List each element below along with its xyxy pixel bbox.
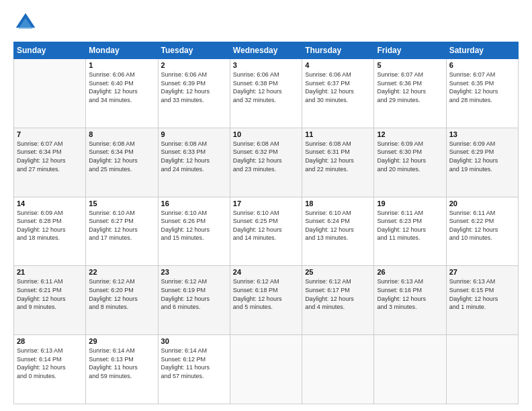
- day-info: Sunrise: 6:06 AM Sunset: 6:40 PM Dayligh…: [89, 71, 154, 104]
- calendar-cell: 1Sunrise: 6:06 AM Sunset: 6:40 PM Daylig…: [86, 59, 158, 128]
- day-info: Sunrise: 6:12 AM Sunset: 6:19 PM Dayligh…: [161, 277, 227, 311]
- calendar-header-wednesday: Wednesday: [230, 42, 302, 59]
- calendar-cell: 18Sunrise: 6:10 AM Sunset: 6:24 PM Dayli…: [302, 197, 374, 266]
- calendar-cell: 11Sunrise: 6:08 AM Sunset: 6:31 PM Dayli…: [302, 128, 374, 197]
- day-number: 17: [233, 199, 299, 208]
- logo-icon: [13, 11, 38, 35]
- day-number: 22: [89, 268, 154, 276]
- day-info: Sunrise: 6:14 AM Sunset: 6:12 PM Dayligh…: [161, 347, 227, 380]
- day-info: Sunrise: 6:13 AM Sunset: 6:15 PM Dayligh…: [449, 277, 515, 311]
- calendar-header-saturday: Saturday: [446, 42, 518, 59]
- calendar-week-row: 28Sunrise: 6:13 AM Sunset: 6:14 PM Dayli…: [14, 335, 519, 404]
- day-info: Sunrise: 6:09 AM Sunset: 6:28 PM Dayligh…: [17, 209, 83, 242]
- day-info: Sunrise: 6:09 AM Sunset: 6:30 PM Dayligh…: [377, 140, 443, 173]
- calendar-cell: [14, 59, 86, 128]
- day-number: 14: [17, 199, 83, 208]
- calendar-cell: 10Sunrise: 6:08 AM Sunset: 6:32 PM Dayli…: [230, 128, 302, 197]
- calendar-cell: 9Sunrise: 6:08 AM Sunset: 6:33 PM Daylig…: [158, 128, 230, 197]
- day-number: 18: [305, 199, 371, 208]
- calendar-cell: 2Sunrise: 6:06 AM Sunset: 6:39 PM Daylig…: [158, 59, 230, 128]
- day-number: 30: [161, 337, 227, 345]
- day-info: Sunrise: 6:08 AM Sunset: 6:33 PM Dayligh…: [161, 140, 227, 173]
- calendar-week-row: 7Sunrise: 6:07 AM Sunset: 6:34 PM Daylig…: [14, 128, 519, 197]
- calendar-header-tuesday: Tuesday: [158, 42, 230, 59]
- day-info: Sunrise: 6:11 AM Sunset: 6:22 PM Dayligh…: [449, 209, 515, 242]
- day-number: 26: [377, 268, 443, 276]
- calendar-cell: 14Sunrise: 6:09 AM Sunset: 6:28 PM Dayli…: [14, 197, 86, 266]
- day-info: Sunrise: 6:12 AM Sunset: 6:18 PM Dayligh…: [233, 277, 299, 311]
- calendar-header-friday: Friday: [374, 42, 446, 59]
- day-number: 24: [233, 268, 299, 276]
- day-number: 28: [17, 337, 83, 345]
- day-info: Sunrise: 6:06 AM Sunset: 6:39 PM Dayligh…: [161, 71, 227, 104]
- day-number: 29: [89, 337, 154, 345]
- day-number: 11: [305, 130, 371, 138]
- day-number: 6: [449, 61, 515, 69]
- day-number: 1: [89, 61, 154, 69]
- calendar-header-sunday: Sunday: [14, 42, 86, 59]
- day-number: 27: [449, 268, 515, 276]
- logo: [13, 11, 40, 35]
- day-info: Sunrise: 6:06 AM Sunset: 6:38 PM Dayligh…: [233, 71, 299, 104]
- day-number: 12: [377, 130, 443, 138]
- day-info: Sunrise: 6:09 AM Sunset: 6:29 PM Dayligh…: [449, 140, 515, 173]
- calendar-week-row: 21Sunrise: 6:11 AM Sunset: 6:21 PM Dayli…: [14, 266, 519, 335]
- calendar-cell: 30Sunrise: 6:14 AM Sunset: 6:12 PM Dayli…: [158, 335, 230, 404]
- page: SundayMondayTuesdayWednesdayThursdayFrid…: [0, 0, 532, 411]
- calendar-cell: 19Sunrise: 6:11 AM Sunset: 6:23 PM Dayli…: [374, 197, 446, 266]
- calendar-header-row: SundayMondayTuesdayWednesdayThursdayFrid…: [14, 42, 519, 59]
- calendar-cell: 22Sunrise: 6:12 AM Sunset: 6:20 PM Dayli…: [86, 266, 158, 335]
- day-number: 16: [161, 199, 227, 208]
- calendar-cell: 28Sunrise: 6:13 AM Sunset: 6:14 PM Dayli…: [14, 335, 86, 404]
- day-number: 20: [449, 199, 515, 208]
- day-number: 7: [17, 130, 83, 138]
- calendar-cell: 23Sunrise: 6:12 AM Sunset: 6:19 PM Dayli…: [158, 266, 230, 335]
- calendar-cell: 6Sunrise: 6:07 AM Sunset: 6:35 PM Daylig…: [446, 59, 518, 128]
- day-info: Sunrise: 6:10 AM Sunset: 6:26 PM Dayligh…: [161, 209, 227, 242]
- day-info: Sunrise: 6:08 AM Sunset: 6:34 PM Dayligh…: [89, 140, 154, 173]
- day-info: Sunrise: 6:13 AM Sunset: 6:16 PM Dayligh…: [377, 277, 443, 311]
- calendar-cell: 20Sunrise: 6:11 AM Sunset: 6:22 PM Dayli…: [446, 197, 518, 266]
- day-number: 21: [17, 268, 83, 276]
- calendar-header-thursday: Thursday: [302, 42, 374, 59]
- calendar-cell: 29Sunrise: 6:14 AM Sunset: 6:13 PM Dayli…: [86, 335, 158, 404]
- calendar-cell: 4Sunrise: 6:06 AM Sunset: 6:37 PM Daylig…: [302, 59, 374, 128]
- calendar-cell: 17Sunrise: 6:10 AM Sunset: 6:25 PM Dayli…: [230, 197, 302, 266]
- day-number: 25: [305, 268, 371, 276]
- calendar-cell: 15Sunrise: 6:10 AM Sunset: 6:27 PM Dayli…: [86, 197, 158, 266]
- header: [13, 11, 519, 35]
- day-number: 2: [161, 61, 227, 69]
- day-number: 4: [305, 61, 371, 69]
- day-info: Sunrise: 6:07 AM Sunset: 6:34 PM Dayligh…: [17, 140, 83, 173]
- calendar-cell: 7Sunrise: 6:07 AM Sunset: 6:34 PM Daylig…: [14, 128, 86, 197]
- day-number: 13: [449, 130, 515, 138]
- calendar-cell: 3Sunrise: 6:06 AM Sunset: 6:38 PM Daylig…: [230, 59, 302, 128]
- day-info: Sunrise: 6:10 AM Sunset: 6:27 PM Dayligh…: [89, 209, 154, 242]
- calendar-cell: 21Sunrise: 6:11 AM Sunset: 6:21 PM Dayli…: [14, 266, 86, 335]
- calendar-cell: 12Sunrise: 6:09 AM Sunset: 6:30 PM Dayli…: [374, 128, 446, 197]
- day-info: Sunrise: 6:06 AM Sunset: 6:37 PM Dayligh…: [305, 71, 371, 104]
- calendar-week-row: 14Sunrise: 6:09 AM Sunset: 6:28 PM Dayli…: [14, 197, 519, 266]
- calendar-cell: 5Sunrise: 6:07 AM Sunset: 6:36 PM Daylig…: [374, 59, 446, 128]
- calendar-cell: 16Sunrise: 6:10 AM Sunset: 6:26 PM Dayli…: [158, 197, 230, 266]
- day-info: Sunrise: 6:14 AM Sunset: 6:13 PM Dayligh…: [89, 347, 154, 380]
- calendar-cell: [446, 335, 518, 404]
- calendar-cell: [230, 335, 302, 404]
- day-number: 19: [377, 199, 443, 208]
- day-number: 9: [161, 130, 227, 138]
- calendar-cell: 24Sunrise: 6:12 AM Sunset: 6:18 PM Dayli…: [230, 266, 302, 335]
- calendar-cell: 26Sunrise: 6:13 AM Sunset: 6:16 PM Dayli…: [374, 266, 446, 335]
- calendar-cell: 25Sunrise: 6:12 AM Sunset: 6:17 PM Dayli…: [302, 266, 374, 335]
- day-info: Sunrise: 6:07 AM Sunset: 6:36 PM Dayligh…: [377, 71, 443, 104]
- calendar-cell: 27Sunrise: 6:13 AM Sunset: 6:15 PM Dayli…: [446, 266, 518, 335]
- day-info: Sunrise: 6:12 AM Sunset: 6:20 PM Dayligh…: [89, 277, 154, 311]
- day-number: 5: [377, 61, 443, 69]
- calendar-week-row: 1Sunrise: 6:06 AM Sunset: 6:40 PM Daylig…: [14, 59, 519, 128]
- calendar: SundayMondayTuesdayWednesdayThursdayFrid…: [13, 42, 519, 404]
- calendar-cell: 8Sunrise: 6:08 AM Sunset: 6:34 PM Daylig…: [86, 128, 158, 197]
- calendar-header-monday: Monday: [86, 42, 158, 59]
- day-info: Sunrise: 6:12 AM Sunset: 6:17 PM Dayligh…: [305, 277, 371, 311]
- day-info: Sunrise: 6:13 AM Sunset: 6:14 PM Dayligh…: [17, 347, 83, 380]
- day-info: Sunrise: 6:07 AM Sunset: 6:35 PM Dayligh…: [449, 71, 515, 104]
- day-info: Sunrise: 6:08 AM Sunset: 6:32 PM Dayligh…: [233, 140, 299, 173]
